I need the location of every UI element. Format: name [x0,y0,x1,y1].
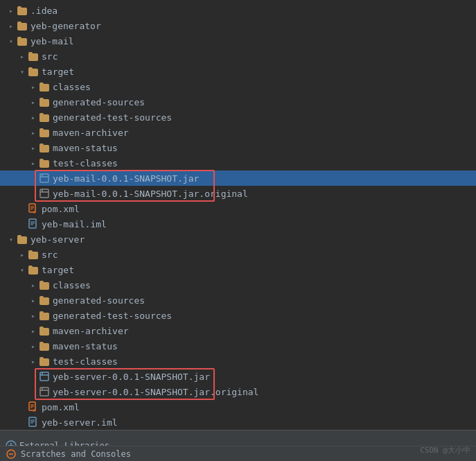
arrow-empty [28,173,39,184]
item-label: yeb-mail-0.0.1-SNAPSHOT.jar.original [53,189,248,199]
arrow-collapsed [17,249,28,260]
tree-item[interactable]: classes [0,277,476,293]
item-label: test-classes [53,158,118,168]
arrow-collapsed [28,310,39,321]
item-label: src [42,51,58,62]
folder-icon [28,249,39,260]
svg-rect-3 [40,189,49,198]
tree-item[interactable]: yeb-generator [0,18,476,33]
arrow-expanded [6,234,17,245]
arrow-collapsed [28,142,39,153]
folder-icon [39,127,50,138]
tree-item[interactable]: target [0,64,476,79]
scratches-icon [6,449,17,460]
tree-item[interactable]: yeb-mail-0.0.1-SNAPSHOT.jar [0,171,476,186]
tree-item[interactable]: yeb-mail [0,33,476,49]
arrow-collapsed [28,112,39,123]
item-label: yeb-server-0.0.1-SNAPSHOT.jar [53,372,210,382]
item-label: yeb-server.iml [42,417,118,428]
item-label: maven-archiver [53,128,129,138]
folder-icon [39,356,50,367]
folder-icon [28,66,39,77]
item-label: yeb-generator [30,21,101,31]
item-label: src [42,250,58,260]
item-label: yeb-mail-0.0.1-SNAPSHOT.jar [53,173,199,184]
iml-icon [28,417,39,428]
arrow-collapsed [28,127,39,138]
arrow-collapsed [28,157,39,168]
tree-item[interactable]: test-classes [0,354,476,369]
item-label: yeb-server [30,234,85,245]
tree-item[interactable]: src [0,247,476,262]
svg-rect-18 [40,388,49,396]
folder-icon [17,234,28,245]
folder-icon [39,310,50,321]
svg-text:m: m [33,209,36,214]
item-label: pom.xml [42,402,80,412]
arrow-empty [17,401,28,412]
jar-icon [39,386,50,397]
tree-item[interactable]: generated-test-sources [0,110,476,125]
tree-item[interactable]: maven-archiver [0,323,476,338]
item-label: generated-test-sources [53,112,172,123]
arrow-collapsed [6,5,17,16]
folder-icon [39,279,50,290]
tree-item[interactable]: yeb-server-0.0.1-SNAPSHOT.jar.original [0,384,476,399]
svg-rect-15 [40,372,49,381]
item-label: generated-sources [53,97,145,107]
iml-icon [28,218,39,229]
tree-item[interactable]: maven-status [0,338,476,354]
arrow-empty [17,218,28,229]
folder-icon [39,96,50,107]
folder-icon [39,325,50,336]
item-label: maven-archiver [53,326,129,336]
folder-icon [39,112,50,123]
tree-item[interactable]: generated-test-sources [0,308,476,323]
tree-item[interactable]: target [0,262,476,277]
arrow-collapsed [28,279,39,290]
scratches-item[interactable]: Scratches and Consoles [6,449,131,460]
item-label: target [42,265,74,275]
tree-item[interactable]: yeb-mail-0.0.1-SNAPSHOT.jar.original [0,186,476,201]
arrow-collapsed [28,340,39,351]
tree-item[interactable]: yeb-server.iml [0,415,476,430]
folder-icon [17,5,28,16]
tree-item[interactable]: generated-sources [0,94,476,110]
arrow-expanded [17,264,28,275]
tree-item[interactable]: generated-sources [0,293,476,308]
pom-icon: m [28,203,39,214]
tree-item[interactable]: maven-archiver [0,125,476,140]
arrow-collapsed [28,81,39,92]
arrow-collapsed [6,20,17,31]
folder-icon [28,51,39,62]
item-label: generated-test-sources [53,311,172,321]
item-label: pom.xml [42,204,80,214]
folder-icon [39,142,50,153]
item-label: test-classes [53,356,118,367]
folder-icon [28,264,39,275]
folder-icon [39,295,50,306]
tree-item[interactable]: m pom.xml [0,201,476,216]
tree-item[interactable]: classes [0,79,476,94]
jar-icon [39,371,50,382]
scratches-label: Scratches and Consoles [21,449,131,459]
tree-item[interactable]: yeb-server-0.0.1-SNAPSHOT.jar [0,369,476,384]
arrow-collapsed [17,51,28,62]
arrow-expanded [17,66,28,77]
arrow-collapsed [28,356,39,367]
svg-rect-0 [40,174,49,182]
tree-item[interactable]: m pom.xml [0,399,476,415]
tree-item[interactable]: test-classes [0,155,476,171]
tree-item[interactable]: yeb-server [0,232,476,247]
folder-icon [17,20,28,31]
tree-item[interactable]: yeb-mail.iml [0,216,476,232]
item-label: maven-status [53,341,118,351]
arrow-collapsed [28,325,39,336]
tree-item[interactable]: .idea [0,3,476,18]
item-label: yeb-mail [30,36,74,46]
tree-item[interactable]: maven-status [0,140,476,155]
folder-icon [39,81,50,92]
arrow-collapsed [28,96,39,107]
item-label: classes [53,280,91,290]
tree-item[interactable]: src [0,49,476,64]
